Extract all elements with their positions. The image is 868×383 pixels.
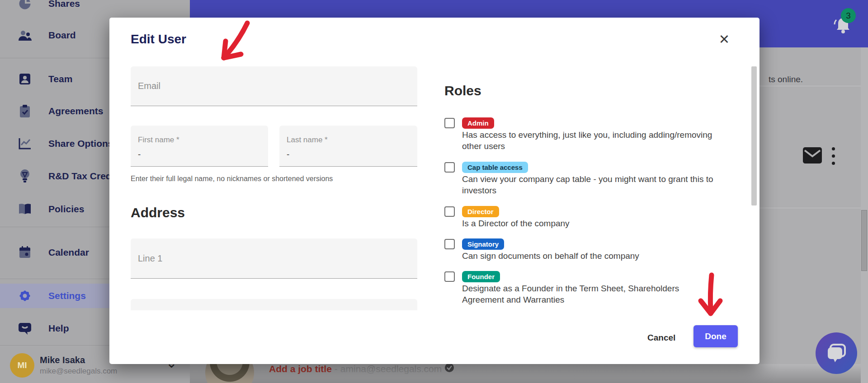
chat-bubble-icon xyxy=(17,322,33,335)
add-job-title-link[interactable]: Add a job title xyxy=(269,364,332,374)
sidebar-item-shares[interactable]: Shares xyxy=(0,0,190,16)
role-description: Is a Director of the company xyxy=(462,218,742,229)
signatory-badge: Signatory xyxy=(462,238,504,250)
last-name-value: - xyxy=(287,149,410,159)
line1-placeholder: Line 1 xyxy=(138,253,163,264)
user-email: mike@seedlegals.com xyxy=(40,367,117,376)
director-checkbox[interactable] xyxy=(444,206,455,217)
separator-text: - xyxy=(335,364,338,374)
address-heading: Address xyxy=(131,205,185,220)
edit-user-modal: Edit User ✕ Email First name * - Last na… xyxy=(109,18,760,364)
admin-checkbox[interactable] xyxy=(444,118,455,128)
cap-table-checkbox[interactable] xyxy=(444,162,455,173)
user-avatar: MI xyxy=(10,353,34,378)
red-arrow-to-email-field xyxy=(224,23,247,58)
role-description: Can view your company cap table - you mi… xyxy=(462,173,742,196)
close-icon[interactable]: ✕ xyxy=(715,30,733,48)
app-screen: ts online. 3 Add a job title - amina@see… xyxy=(0,0,868,383)
clipboard-check-icon xyxy=(17,104,33,118)
gear-icon xyxy=(17,289,33,303)
lightbulb-icon xyxy=(17,169,33,183)
divider xyxy=(760,208,861,208)
person-badge-icon xyxy=(17,73,33,85)
people-icon xyxy=(17,29,33,42)
email-placeholder: Email xyxy=(138,81,160,91)
chat-bubbles-icon xyxy=(826,344,847,363)
address-line2-field-partial[interactable] xyxy=(131,299,417,310)
cap-table-badge: Cap table access xyxy=(462,162,528,173)
role-description: Designate as a Founder in the Term Sheet… xyxy=(462,283,742,305)
cancel-button[interactable]: Cancel xyxy=(641,329,682,346)
line-chart-icon xyxy=(17,137,33,150)
founder-badge: Founder xyxy=(462,271,500,282)
role-description: Can sign documents on behalf of the comp… xyxy=(462,250,742,262)
address-line1-field[interactable]: Line 1 xyxy=(131,238,417,279)
verified-check-icon xyxy=(444,363,454,375)
first-name-field[interactable]: First name * - xyxy=(131,126,268,167)
last-name-label: Last name * xyxy=(287,135,410,145)
first-name-label: First name * xyxy=(138,135,261,145)
notification-count-badge: 3 xyxy=(841,8,856,23)
page-scrollbar[interactable] xyxy=(861,47,868,383)
page-scrollbar-thumb[interactable] xyxy=(861,210,867,271)
admin-badge: Admin xyxy=(462,117,494,129)
pie-chart-icon xyxy=(17,0,33,10)
last-name-field[interactable]: Last name * - xyxy=(279,126,417,167)
member-email-text: amina@seedlegals.com xyxy=(340,364,442,374)
signatory-checkbox[interactable] xyxy=(444,239,455,249)
roles-heading: Roles xyxy=(444,83,481,98)
role-description: Has access to everything, just like you,… xyxy=(462,129,742,152)
calendar-icon xyxy=(17,246,33,259)
more-options-icon[interactable] xyxy=(832,147,835,165)
email-icon[interactable] xyxy=(803,147,822,165)
modal-scrollbar-thumb[interactable] xyxy=(751,66,757,206)
director-badge: Director xyxy=(462,206,499,217)
email-field[interactable]: Email xyxy=(131,66,417,106)
open-book-icon xyxy=(17,203,33,215)
partial-description-text: ts online. xyxy=(769,75,803,84)
modal-title: Edit User xyxy=(131,32,186,47)
founder-checkbox[interactable] xyxy=(444,271,455,282)
done-button[interactable]: Done xyxy=(693,325,738,347)
chat-launcher-button[interactable] xyxy=(816,332,857,374)
first-name-value: - xyxy=(138,149,261,159)
legal-name-helper-text: Enter their full legal name, no nickname… xyxy=(131,175,333,183)
divider xyxy=(760,86,861,86)
user-name: Mike Isaka xyxy=(40,355,117,365)
